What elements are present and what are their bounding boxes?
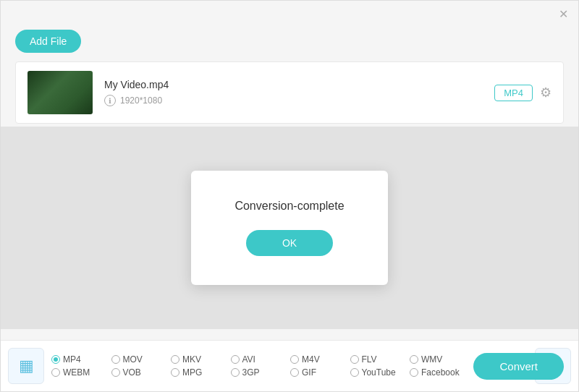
format-label-webm: WEBM [63,367,90,378]
modal-box: Conversion-complete OK [191,171,387,285]
format-item-avi[interactable]: AVI [231,354,291,365]
file-name: My Video.mp4 [104,79,494,90]
file-actions: MP4 ⚙ [494,85,551,101]
format-label-youtube: YouTube [362,367,396,378]
file-resolution: 1920*1080 [120,95,162,106]
format-label-facebook: Facebook [421,367,460,378]
radio-wmv[interactable] [410,355,418,364]
info-icon[interactable]: ℹ [104,95,116,106]
close-button[interactable]: ✕ [557,7,570,20]
format-item-gif[interactable]: GIF [290,367,350,378]
file-thumbnail [28,71,93,114]
radio-mp4[interactable] [51,355,60,364]
radio-vob[interactable] [111,368,120,377]
radio-webm[interactable] [51,368,60,377]
format-item-mp4[interactable]: MP4 [51,354,111,365]
file-format-badge[interactable]: MP4 [494,85,533,101]
radio-3gp[interactable] [231,368,240,377]
file-info: My Video.mp4 ℹ 1920*1080 [104,79,494,106]
format-label-mov: MOV [123,354,143,365]
radio-gif[interactable] [290,368,299,377]
radio-mov[interactable] [111,355,120,364]
radio-m4v[interactable] [290,355,299,364]
format-item-vob[interactable]: VOB [111,367,172,378]
format-label-vob: VOB [123,367,141,378]
file-entry: My Video.mp4 ℹ 1920*1080 MP4 ⚙ [15,61,564,124]
radio-facebook[interactable] [410,368,418,377]
title-bar: ✕ [1,1,578,27]
format-item-3gp[interactable]: 3GP [231,367,291,378]
format-item-m4v[interactable]: M4V [290,354,350,365]
format-item-mkv[interactable]: MKV [171,354,231,365]
format-label-mp4: MP4 [63,354,81,365]
format-label-3gp: 3GP [242,367,260,378]
format-item-wmv[interactable]: WMV [410,354,470,365]
format-item-mov[interactable]: MOV [111,354,172,365]
radio-avi[interactable] [231,355,240,364]
format-grid: MP4 MOV MKV AVI M4V FLV [51,354,529,378]
main-content: Conversion-complete OK [1,127,578,329]
add-file-button[interactable]: Add File [15,30,81,53]
format-label-gif: GIF [302,367,316,378]
settings-icon[interactable]: ⚙ [540,85,551,101]
radio-flv[interactable] [350,355,359,364]
radio-mkv[interactable] [171,355,179,364]
format-item-facebook[interactable]: Facebook [410,367,470,378]
format-label-wmv: WMV [421,354,442,365]
convert-section: Convert [473,353,564,380]
ok-button[interactable]: OK [246,230,333,256]
format-item-flv[interactable]: FLV [350,354,410,365]
format-label-flv: FLV [362,354,377,365]
convert-button[interactable]: Convert [473,353,564,380]
radio-youtube[interactable] [350,368,359,377]
format-label-avi: AVI [242,354,255,365]
format-label-m4v: M4V [302,354,320,365]
modal-overlay: Conversion-complete OK [1,127,578,329]
format-item-youtube[interactable]: YouTube [350,367,410,378]
file-meta: ℹ 1920*1080 [104,95,494,106]
header-area: Add File [1,27,578,59]
format-item-webm[interactable]: WEBM [51,367,111,378]
modal-title: Conversion-complete [234,200,344,213]
thumbnail-image [28,71,93,114]
video-icon: ▦ [19,357,34,375]
format-label-mpg: MPG [182,367,202,378]
format-label-mkv: MKV [182,354,201,365]
format-item-mpg[interactable]: MPG [171,367,231,378]
video-icon-box[interactable]: ▦ [8,348,44,384]
radio-mpg[interactable] [171,368,179,377]
